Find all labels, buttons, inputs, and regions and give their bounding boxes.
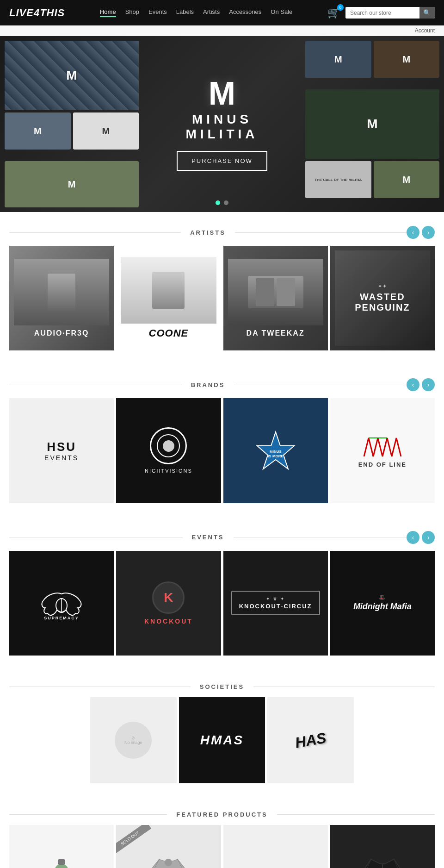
artist-label-audiofreq: AUDIO·FR3Q [34, 329, 89, 337]
nav-accessories[interactable]: Accessories [229, 8, 261, 17]
artist-label-wastedpenguinz: WASTED PENGUINZ [335, 292, 430, 313]
events-next-icon [427, 534, 430, 541]
featured-line-right [277, 814, 435, 815]
event-card-midnightmafia[interactable]: 🎩 Midnight Mafia [330, 551, 435, 656]
artist-card-audiofreq[interactable]: AUDIO·FR3Q [9, 246, 114, 350]
artists-line-right [235, 232, 407, 233]
brands-next-icon [427, 381, 430, 388]
brands-next-button[interactable] [422, 378, 435, 391]
nav-onsale[interactable]: On Sale [271, 8, 292, 17]
no-image-circle: ⊘ No image [115, 722, 152, 759]
featured-line-left [9, 814, 167, 815]
minus-is-more-logo: MINUS IS MORE [255, 430, 296, 471]
brands-line-right [234, 385, 407, 385]
events-nav [407, 531, 435, 544]
event-card-knockoutcircuz[interactable]: ✦ ♛ ✦ KNOCKOUT·CIRCUZ [223, 551, 328, 656]
cart-icon[interactable]: 🛒 0 [327, 7, 340, 19]
events-prev-button[interactable] [407, 531, 419, 544]
brand-card-hsu[interactable]: HSU EVENTS [9, 398, 114, 503]
brands-prev-button[interactable] [407, 378, 419, 391]
artists-section: ARTISTS AUDIO·FR3Q [0, 212, 444, 364]
nav-shop[interactable]: Shop [125, 8, 139, 17]
featured-section: FEATURED PRODUCTS SOLD OUT [0, 797, 444, 868]
nav-labels[interactable]: Labels [176, 8, 194, 17]
logo[interactable]: LIVE4THIS [9, 7, 65, 19]
events-title: EVENTS [183, 534, 234, 541]
artists-nav [407, 226, 435, 239]
jacket-svg [359, 857, 406, 868]
hero-product-9[interactable]: M [374, 161, 440, 198]
societies-line-right [253, 687, 435, 687]
main-nav: Home Shop Events Labels Artists Accessor… [100, 8, 292, 17]
brands-line-left [9, 385, 182, 385]
societies-header: SOCIETIES [9, 683, 435, 690]
next-icon [427, 229, 430, 236]
hero-left-products: M M M M [0, 36, 143, 212]
events-line-left [9, 537, 183, 537]
search-button[interactable]: 🔍 [419, 7, 435, 19]
hero-dots [216, 200, 228, 205]
events-next-button[interactable] [422, 531, 435, 544]
account-link[interactable]: Account [415, 27, 435, 34]
event-card-knockout[interactable]: K KNOCKOUT [116, 551, 221, 656]
artist-card-coone[interactable]: COONE [116, 246, 221, 350]
hero-dot-2[interactable] [224, 200, 228, 205]
events-prev-icon [412, 534, 414, 541]
product-card-2[interactable]: SOLD OUT [116, 825, 221, 868]
hero-product-5[interactable]: M [305, 41, 371, 78]
featured-title: FEATURED PRODUCTS [167, 811, 277, 818]
artists-prev-button[interactable] [407, 226, 419, 239]
account-bar: Account [0, 25, 444, 36]
hero-product-6[interactable]: M [374, 41, 440, 78]
nav-events[interactable]: Events [148, 8, 167, 17]
hoodie-svg [145, 857, 191, 868]
search-input[interactable] [345, 7, 419, 19]
prev-icon [412, 229, 414, 236]
header-right: 🛒 0 🔍 [327, 7, 435, 19]
brand-card-endofline[interactable]: END OF LINE [330, 398, 435, 503]
artist-card-wastedpenguinz[interactable]: ✦✦ WASTED PENGUINZ [330, 246, 435, 350]
featured-header: FEATURED PRODUCTS [9, 811, 435, 818]
search-icon: 🔍 [423, 9, 431, 16]
events-header: EVENTS [9, 531, 435, 544]
hero-product-2[interactable]: M [5, 112, 71, 150]
artists-next-button[interactable] [422, 226, 435, 239]
brand-card-minusismore[interactable]: MINUS IS MORE [223, 398, 328, 503]
product-card-1[interactable] [9, 825, 114, 868]
hero-product-1[interactable]: M [5, 41, 139, 110]
hero-cta-button[interactable]: PURCHASE NOW [177, 151, 267, 171]
svg-text:MINUS: MINUS [270, 450, 282, 454]
hero-center: M MINUS MILITIA PURCHASE NOW [177, 77, 267, 171]
hero-brand: MINUS [177, 112, 267, 127]
nav-home[interactable]: Home [100, 8, 116, 17]
hero-dot-1[interactable] [216, 200, 220, 205]
society-card-has[interactable]: HAS [267, 697, 354, 784]
event-label-knockoutcircuz: KNOCKOUT·CIRCUZ [239, 603, 312, 610]
artist-label-coone: COONE [149, 327, 189, 339]
hero-product-4[interactable]: M [5, 161, 139, 207]
society-label-hmas: HMAS [200, 733, 244, 748]
hero-product-3[interactable]: M [73, 112, 139, 150]
brands-section: BRANDS HSU EVENTS [0, 364, 444, 517]
event-card-supremacy[interactable]: SUPREMACY [9, 551, 114, 656]
society-card-hmas[interactable]: HMAS [179, 697, 265, 784]
product-card-3[interactable] [223, 825, 328, 868]
societies-line-left [9, 687, 191, 687]
societies-title: SOCIETIES [191, 683, 253, 690]
hero-product-8[interactable]: THE CALL OF THE MILITIA [305, 161, 371, 198]
brands-prev-icon [412, 381, 414, 388]
product-card-4[interactable] [330, 825, 435, 868]
brands-header: BRANDS [9, 378, 435, 391]
societies-section: SOCIETIES ⊘ No image HMAS HAS [0, 669, 444, 798]
events-section: EVENTS SUPREMACY [0, 517, 444, 669]
brands-nav [407, 378, 435, 391]
products-grid: SOLD OUT [9, 825, 435, 868]
events-line-right [234, 537, 407, 537]
brands-grid: HSU EVENTS NIGHTVISIONS [9, 398, 435, 503]
brand-card-nightvisions[interactable]: NIGHTVISIONS [116, 398, 221, 503]
nav-artists[interactable]: Artists [203, 8, 220, 17]
hero-product-7[interactable]: M [305, 89, 439, 159]
societies-grid: ⊘ No image HMAS HAS [90, 697, 354, 784]
society-card-noimage[interactable]: ⊘ No image [90, 697, 177, 784]
artist-card-datweekaz[interactable]: DA TWEEKAZ [223, 246, 328, 350]
